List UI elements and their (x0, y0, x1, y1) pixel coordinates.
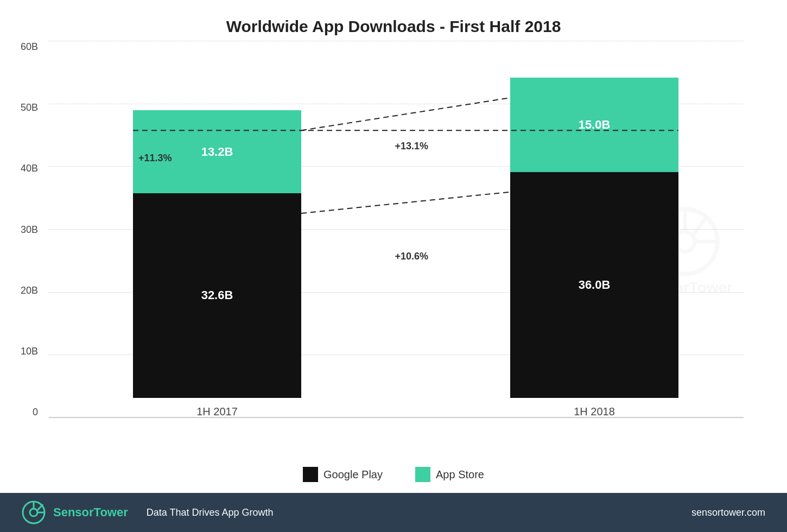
chart-container: Worldwide App Downloads - First Half 201… (0, 0, 787, 532)
legend: Google Play App Store (0, 461, 787, 493)
y-label-10b: 10B (11, 346, 38, 357)
legend-item-google-play: Google Play (303, 467, 383, 482)
y-label-0: 0 (11, 407, 38, 418)
legend-swatch-app-store (415, 467, 430, 482)
bars-wrapper: 13.2B32.6B1H 201715.0B36.0B1H 2018 (49, 41, 744, 418)
svg-line-8 (37, 504, 43, 510)
y-label-20b: 20B (11, 285, 38, 296)
bar-2017-top: 13.2B (133, 110, 301, 193)
bar-2018-bottom: 36.0B (510, 172, 678, 398)
growth-appstore: +13.1% (395, 141, 429, 152)
chart-title: Worldwide App Downloads - First Half 201… (0, 0, 787, 41)
y-label-50b: 50B (11, 102, 38, 113)
y-label-40b: 40B (11, 163, 38, 174)
y-label-60b: 60B (11, 41, 38, 53)
bar-2017-bottom: 32.6B (133, 193, 301, 398)
legend-label-google-play: Google Play (323, 468, 383, 481)
growth-total: +11.3% (138, 153, 172, 164)
footer-brand: SensorTower (53, 505, 128, 520)
svg-point-6 (30, 509, 37, 516)
y-label-30b: 30B (11, 224, 38, 236)
chart-area: SensorTower 0 10B 20B 30B 40B 50B 60B 13… (49, 41, 744, 461)
bar-2018-top: 15.0B (510, 78, 678, 172)
legend-item-app-store: App Store (415, 467, 484, 482)
dashed-diag-mid (301, 192, 510, 213)
y-axis: 0 10B 20B 30B 40B 50B 60B (11, 41, 38, 418)
footer-logo-icon (22, 501, 46, 524)
legend-label-app-store: App Store (436, 468, 484, 481)
bar-group-2018: 15.0B36.0B1H 2018 (510, 78, 678, 418)
footer: SensorTower Data That Drives App Growth … (0, 493, 787, 532)
footer-tagline: Data That Drives App Growth (147, 507, 274, 518)
footer-url: sensortower.com (691, 507, 765, 518)
dashed-diag-top (301, 98, 510, 130)
footer-left: SensorTower Data That Drives App Growth (22, 501, 274, 524)
legend-swatch-google-play (303, 467, 318, 482)
growth-googleplay: +10.6% (395, 251, 429, 262)
